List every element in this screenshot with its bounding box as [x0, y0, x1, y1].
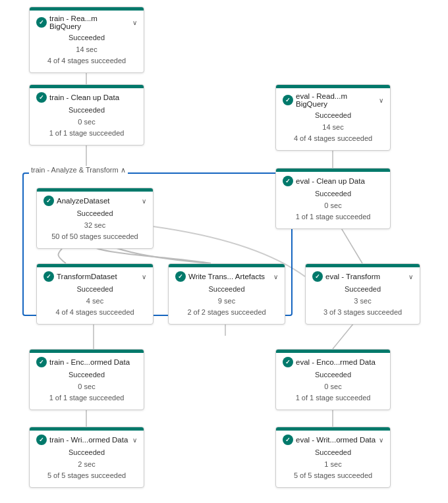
success-icon	[36, 92, 47, 103]
chevron-icon[interactable]: ∨	[142, 198, 146, 205]
node-title: Write Trans... Artefacts	[188, 273, 271, 280]
chevron-icon[interactable]: ∨	[379, 437, 383, 444]
node-title: eval - Read...m BigQuery	[296, 92, 376, 108]
chevron-icon[interactable]: ∨	[132, 437, 137, 444]
chevron-icon[interactable]: ∨	[132, 19, 137, 26]
success-icon	[283, 435, 293, 445]
node-title: train - Enc...ormed Data	[49, 358, 137, 366]
chevron-icon[interactable]: ∨	[379, 97, 383, 104]
chevron-icon[interactable]: ∨	[408, 273, 413, 280]
success-icon	[43, 196, 54, 206]
node-title: TransformDataset	[57, 273, 139, 280]
success-icon	[36, 17, 47, 28]
node-train-cleanup: train - Clean up Data Succeeded 0 sec 1 …	[29, 84, 144, 146]
node-status: Succeeded 4 sec 4 of 4 stages succeeded	[43, 284, 146, 319]
node-eval-cleanup: eval - Clean up Data Succeeded 0 sec 1 o…	[275, 168, 391, 229]
node-status: Succeeded 0 sec 1 of 1 stage succeeded	[283, 188, 383, 223]
node-status: Succeeded 0 sec 1 of 1 stage succeeded	[36, 369, 137, 404]
node-status: Succeeded 14 sec 4 of 4 stages succeeded	[283, 110, 383, 145]
success-icon	[283, 357, 293, 367]
success-icon	[283, 176, 293, 186]
node-title: train - Wri...ormed Data	[49, 436, 130, 444]
node-analyze-dataset: AnalyzeDataset ∨ Succeeded 32 sec 50 of …	[36, 188, 154, 249]
success-icon	[283, 95, 293, 105]
success-icon	[312, 271, 323, 282]
node-status: Succeeded 2 sec 5 of 5 stages succeeded	[36, 447, 137, 482]
success-icon	[36, 435, 47, 445]
node-transform-dataset: TransformDataset ∨ Succeeded 4 sec 4 of …	[36, 263, 154, 325]
node-title: train - Clean up Data	[49, 93, 137, 101]
node-train-enc-data: train - Enc...ormed Data Succeeded 0 sec…	[29, 349, 144, 410]
node-status: Succeeded 32 sec 50 of 50 stages succeed…	[43, 208, 146, 243]
chevron-icon[interactable]: ∨	[273, 273, 278, 280]
node-status: Succeeded 0 sec 1 of 1 stage succeeded	[36, 105, 137, 140]
node-status: Succeeded 0 sec 1 of 1 stage succeeded	[283, 369, 383, 404]
success-icon	[43, 271, 54, 282]
node-title: eval - Writ...ormed Data	[296, 436, 376, 444]
node-status: Succeeded 14 sec 4 of 4 stages succeeded	[36, 32, 137, 67]
success-icon	[175, 271, 186, 282]
node-train-wri-data: train - Wri...ormed Data ∨ Succeeded 2 s…	[29, 427, 144, 488]
node-title: eval - Enco...rmed Data	[296, 358, 383, 366]
node-title: eval - Clean up Data	[296, 177, 383, 185]
node-eval-read-bq: eval - Read...m BigQuery ∨ Succeeded 14 …	[275, 84, 391, 151]
node-eval-writ-data: eval - Writ...ormed Data ∨ Succeeded 1 s…	[275, 427, 391, 488]
node-title: eval - Transform	[325, 273, 406, 280]
node-title: train - Rea...m BigQuery	[49, 14, 130, 30]
node-eval-transform: eval - Transform ∨ Succeeded 3 sec 3 of …	[305, 263, 420, 325]
success-icon	[36, 357, 47, 367]
group-label: train - Analyze & Transform ∧	[29, 166, 128, 174]
node-title: AnalyzeDataset	[57, 197, 139, 205]
pipeline-canvas: train - Analyze & Transform ∧ train - Re…	[0, 0, 448, 503]
node-status: Succeeded 3 sec 3 of 3 stages succeeded	[312, 284, 413, 319]
node-status: Succeeded 9 sec 2 of 2 stages succeeded	[175, 284, 278, 319]
node-status: Succeeded 1 sec 5 of 5 stages succeeded	[283, 447, 383, 482]
node-write-trans-artefacts: Write Trans... Artefacts ∨ Succeeded 9 s…	[168, 263, 285, 325]
node-train-read-bq: train - Rea...m BigQuery ∨ Succeeded 14 …	[29, 7, 144, 73]
node-eval-enc-data: eval - Enco...rmed Data Succeeded 0 sec …	[275, 349, 391, 410]
chevron-icon[interactable]: ∨	[142, 273, 146, 280]
